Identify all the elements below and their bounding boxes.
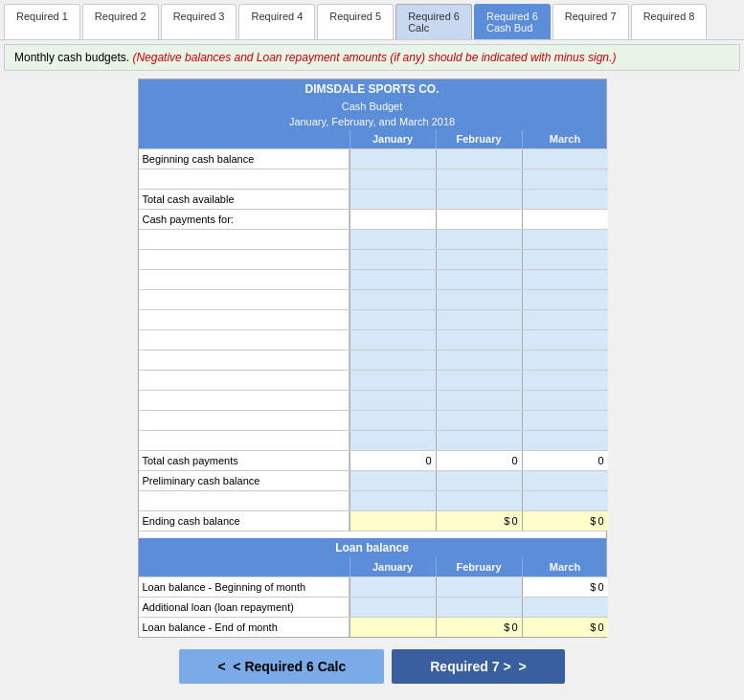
- input-pb-feb[interactable]: [440, 475, 518, 486]
- cell-cp4-mar[interactable]: [522, 290, 608, 309]
- cell-al-jan[interactable]: [349, 598, 436, 617]
- input-cp10-mar[interactable]: [527, 415, 604, 426]
- cell-pb-mar[interactable]: [522, 471, 608, 490]
- cell-cp3-jan[interactable]: [349, 270, 436, 289]
- cell-cp7-jan[interactable]: [349, 350, 436, 370]
- cell-cp7-mar[interactable]: [522, 350, 608, 370]
- input-cp5-jan[interactable]: [354, 314, 432, 326]
- input-tca-jan[interactable]: [354, 193, 432, 205]
- cell-cp7-feb[interactable]: [436, 350, 522, 370]
- cell-beginning-mar[interactable]: [522, 149, 608, 169]
- input-lb-feb[interactable]: [440, 581, 518, 593]
- cell-al-feb[interactable]: [436, 598, 522, 617]
- input-tca-feb[interactable]: [440, 193, 518, 205]
- input-pb-mar[interactable]: [527, 475, 604, 486]
- cell-cp2-jan[interactable]: [349, 250, 436, 269]
- input-eb-jan[interactable]: [354, 515, 432, 527]
- cell-al-mar[interactable]: [522, 598, 608, 617]
- input-beginning-feb[interactable]: [440, 153, 518, 165]
- input-cp2-jan[interactable]: [354, 254, 432, 265]
- cell-cp5-feb[interactable]: [436, 310, 522, 329]
- cell-pb-sub-feb[interactable]: [436, 491, 522, 510]
- input-cp1-mar[interactable]: [527, 234, 604, 245]
- input-al-jan[interactable]: [354, 601, 432, 613]
- cell-cp10-feb[interactable]: [436, 411, 522, 430]
- cell-pb-sub-jan[interactable]: [349, 491, 436, 510]
- input-al-feb[interactable]: [440, 601, 518, 613]
- input-cp11-jan[interactable]: [354, 435, 432, 446]
- cell-tca-feb[interactable]: [436, 190, 522, 209]
- prev-button[interactable]: < < Required 6 Calc: [179, 649, 384, 684]
- cell-spacer1-feb[interactable]: [436, 169, 522, 189]
- tab-req5[interactable]: Required 5: [317, 4, 394, 39]
- cell-tca-jan[interactable]: [349, 190, 436, 209]
- input-cp11-feb[interactable]: [440, 435, 518, 446]
- input-cp10-jan[interactable]: [354, 415, 432, 426]
- cell-beginning-jan[interactable]: [349, 149, 436, 169]
- tab-req3[interactable]: Required 3: [161, 4, 237, 39]
- cell-lb-jan[interactable]: [349, 577, 436, 597]
- cell-beginning-feb[interactable]: [436, 149, 522, 169]
- tab-req8[interactable]: Required 8: [631, 4, 708, 39]
- input-beginning-mar[interactable]: [527, 153, 604, 165]
- input-lb-jan[interactable]: [354, 581, 432, 593]
- cell-cp9-jan[interactable]: [349, 391, 436, 410]
- cell-cp2-mar[interactable]: [522, 250, 608, 269]
- input-beginning-jan[interactable]: [354, 153, 432, 165]
- input-pb-jan[interactable]: [354, 475, 432, 486]
- input-cp3-feb[interactable]: [440, 274, 518, 285]
- cell-spacer1-jan[interactable]: [349, 169, 436, 189]
- cell-cp8-feb[interactable]: [436, 371, 522, 390]
- cell-cp8-mar[interactable]: [522, 371, 608, 390]
- input-cp2-mar[interactable]: [527, 254, 604, 265]
- tab-req4[interactable]: Required 4: [238, 4, 315, 39]
- tab-req2[interactable]: Required 2: [82, 4, 159, 39]
- cell-cp6-feb[interactable]: [436, 330, 522, 350]
- tab-req6calc[interactable]: Required 6Calc: [395, 4, 472, 39]
- input-cp8-jan[interactable]: [354, 374, 432, 386]
- cell-cp1-jan[interactable]: [349, 230, 436, 249]
- input-cp9-mar[interactable]: [527, 395, 604, 406]
- input-cp3-mar[interactable]: [527, 274, 604, 285]
- cell-cp11-jan[interactable]: [349, 431, 436, 450]
- input-spacer1-feb[interactable]: [440, 173, 518, 185]
- input-cp6-jan[interactable]: [354, 334, 432, 346]
- input-cp6-feb[interactable]: [440, 334, 518, 346]
- tab-req7[interactable]: Required 7: [552, 4, 629, 39]
- cell-cp1-feb[interactable]: [436, 230, 522, 249]
- cell-cp4-jan[interactable]: [349, 290, 436, 309]
- cell-cp1-mar[interactable]: [522, 230, 608, 249]
- input-cp1-feb[interactable]: [440, 234, 518, 245]
- input-spacer1-jan[interactable]: [354, 173, 432, 185]
- cell-cp4-feb[interactable]: [436, 290, 522, 309]
- cell-cp11-feb[interactable]: [436, 431, 522, 450]
- input-cp6-mar[interactable]: [527, 334, 604, 346]
- input-cp8-mar[interactable]: [527, 374, 604, 386]
- tab-req1[interactable]: Required 1: [4, 4, 80, 39]
- cell-cp9-mar[interactable]: [522, 391, 608, 410]
- input-al-mar[interactable]: [527, 601, 604, 613]
- input-cp7-feb[interactable]: [440, 354, 518, 366]
- input-pb-sub-jan[interactable]: [354, 495, 432, 507]
- cell-spacer1-mar[interactable]: [522, 169, 608, 189]
- cell-cp8-jan[interactable]: [349, 371, 436, 390]
- cell-lb-feb[interactable]: [436, 577, 522, 597]
- cell-pb-sub-mar[interactable]: [522, 491, 608, 510]
- input-cp4-mar[interactable]: [527, 294, 604, 305]
- cell-cp10-jan[interactable]: [349, 411, 436, 430]
- cell-pb-jan[interactable]: [349, 471, 436, 490]
- input-cp7-jan[interactable]: [354, 354, 432, 366]
- input-cp11-mar[interactable]: [527, 435, 604, 446]
- cell-cp6-mar[interactable]: [522, 330, 608, 350]
- input-cp5-mar[interactable]: [527, 314, 604, 326]
- input-cp9-jan[interactable]: [354, 395, 432, 406]
- input-cp1-jan[interactable]: [354, 234, 432, 245]
- input-spacer1-mar[interactable]: [527, 173, 604, 185]
- input-cp3-jan[interactable]: [354, 274, 432, 285]
- input-cp5-feb[interactable]: [440, 314, 518, 326]
- input-cp4-feb[interactable]: [440, 294, 518, 305]
- cell-pb-feb[interactable]: [436, 471, 522, 490]
- cell-cp3-feb[interactable]: [436, 270, 522, 289]
- input-cp10-feb[interactable]: [440, 415, 518, 426]
- cell-cp6-jan[interactable]: [349, 330, 436, 350]
